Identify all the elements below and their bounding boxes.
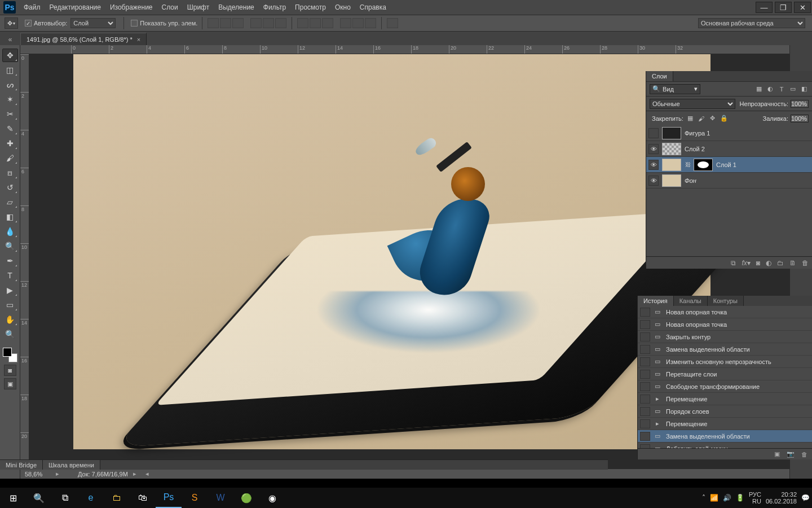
crop-tool[interactable]: ✂ [2, 107, 18, 121]
foreground-color-swatch[interactable] [3, 348, 12, 357]
history-snapshot-toggle[interactable] [640, 395, 650, 404]
skype-app-icon[interactable]: 🟢 [233, 488, 259, 508]
history-snapshot-toggle[interactable] [640, 357, 650, 366]
chrome-app-icon[interactable]: ◉ [259, 488, 285, 508]
layer-thumbnail[interactable] [662, 127, 681, 139]
notifications-icon[interactable]: 💬 [801, 494, 810, 502]
timeline-tab[interactable]: Шкала времени [43, 460, 100, 470]
history-row[interactable]: ▭Изменить основную непрозрачность [638, 356, 812, 368]
distribute-v3-button[interactable] [365, 18, 376, 28]
layer-visibility-icon[interactable]: 👁 [648, 160, 659, 170]
history-snapshot-toggle[interactable] [640, 370, 650, 379]
menu-view[interactable]: Просмотр [290, 0, 330, 15]
explorer-app-icon[interactable]: 🗀 [104, 488, 130, 508]
layer-thumbnail[interactable] [662, 174, 681, 187]
doc-info-menu-icon[interactable]: ▸ [131, 470, 138, 478]
document-tab[interactable]: 1491.jpg @ 58,6% (Слой 1, RGB/8*) * × [20, 33, 147, 45]
history-row[interactable]: ▸Перемещение [638, 393, 812, 405]
menu-type[interactable]: Шрифт [183, 0, 214, 15]
auto-select-dropdown[interactable]: Слой [70, 18, 116, 28]
align-right-button[interactable] [232, 18, 244, 28]
history-snapshot-toggle[interactable] [640, 407, 650, 416]
layer-row[interactable]: 👁Фон [646, 173, 812, 189]
blur-tool[interactable]: 💧 [2, 225, 18, 238]
link-layers-icon[interactable]: ⧉ [731, 259, 736, 267]
task-view-button[interactable]: ⧉ [52, 488, 78, 508]
paths-tab[interactable]: Контуры [708, 296, 744, 306]
lock-transparent-icon[interactable]: ▦ [686, 114, 695, 123]
history-row[interactable]: ▭Замена выделенной области [638, 430, 812, 443]
filter-pixel-icon[interactable]: ▦ [754, 85, 764, 94]
history-row[interactable]: ▭Замена выделенной области [638, 343, 812, 356]
distribute-v1-button[interactable] [340, 18, 351, 28]
layer-name[interactable]: Фигура 1 [685, 130, 710, 137]
quick-select-tool[interactable]: ✶ [2, 93, 18, 106]
filter-type-icon[interactable]: T [777, 85, 786, 94]
history-row[interactable]: ▭Новая опорная точка [638, 318, 812, 331]
channels-tab[interactable]: Каналы [674, 296, 708, 306]
align-hcenter-button[interactable] [220, 18, 231, 28]
history-brush-tool[interactable]: ↺ [2, 181, 18, 194]
mini-bridge-tab[interactable]: Mini Bridge [0, 460, 43, 470]
scroll-left-icon[interactable]: ◂ [144, 470, 151, 478]
layer-name[interactable]: Слой 2 [685, 146, 705, 152]
menu-edit[interactable]: Редактирование [45, 0, 105, 15]
tray-lang-1[interactable]: РУС [749, 491, 761, 498]
menu-file[interactable]: Файл [19, 0, 45, 15]
layer-row[interactable]: 👁⛓Слой 1 [646, 157, 812, 173]
window-close-button[interactable]: ✕ [794, 2, 811, 13]
layer-mask-thumbnail[interactable] [694, 159, 713, 171]
layer-thumbnail[interactable] [662, 159, 681, 171]
delete-layer-icon[interactable]: 🗑 [802, 259, 809, 267]
tray-overflow-icon[interactable]: ˄ [702, 494, 705, 502]
sublime-app-icon[interactable]: S [182, 488, 208, 508]
start-button[interactable]: ⊞ [0, 488, 26, 508]
layer-visibility-icon[interactable]: 👁 [648, 144, 659, 154]
lock-pixels-icon[interactable]: 🖌 [697, 114, 706, 123]
filter-smart-icon[interactable]: ◧ [800, 85, 809, 94]
document-tab-close-icon[interactable]: × [137, 36, 140, 43]
history-row[interactable]: ▭Новая опорная точка [638, 306, 812, 318]
store-app-icon[interactable]: 🛍 [130, 488, 156, 508]
type-tool[interactable]: T [2, 269, 18, 282]
history-snapshot-toggle[interactable] [640, 320, 650, 329]
dodge-tool[interactable]: 🔍 [2, 239, 18, 253]
filter-shape-icon[interactable]: ▭ [788, 85, 797, 94]
tray-date[interactable]: 06.02.2018 [766, 498, 797, 505]
align-vcenter-button[interactable] [263, 18, 274, 28]
delete-state-icon[interactable]: 🗑 [801, 451, 807, 458]
history-snapshot-toggle[interactable] [640, 382, 650, 391]
distribute-h2-button[interactable] [310, 18, 321, 28]
layer-filter-input[interactable]: 🔍 Вид ▾ [650, 84, 700, 94]
vertical-ruler[interactable]: 02468101214161820 [20, 54, 29, 468]
tab-handle-icon[interactable]: « [2, 34, 18, 45]
history-snapshot-toggle[interactable] [640, 332, 650, 341]
layer-visibility-icon[interactable] [648, 128, 659, 138]
distribute-v2-button[interactable] [352, 18, 364, 28]
opacity-value[interactable]: 100% [791, 100, 809, 108]
lock-all-icon[interactable]: 🔒 [720, 114, 729, 123]
tray-lang-2[interactable]: RU [752, 498, 761, 505]
brush-tool[interactable]: 🖌 [2, 151, 18, 165]
move-tool-icon[interactable]: ✥▾ [5, 17, 18, 29]
history-row[interactable]: ▸Перемещение [638, 418, 812, 430]
history-snapshot-toggle[interactable] [640, 419, 650, 428]
color-swatches[interactable] [3, 348, 17, 362]
wifi-icon[interactable]: 📶 [710, 494, 718, 502]
zoom-tool[interactable]: 🔍 [2, 327, 18, 341]
eraser-tool[interactable]: ▱ [2, 195, 18, 209]
menu-image[interactable]: Изображение [105, 0, 157, 15]
layer-row[interactable]: 👁Слой 2 [646, 141, 812, 157]
shape-tool[interactable]: ▭ [2, 298, 18, 312]
workspace-dropdown[interactable]: Основная рабочая среда [698, 18, 805, 28]
blend-mode-dropdown[interactable]: Обычные [650, 99, 735, 109]
history-snapshot-toggle[interactable] [640, 308, 650, 317]
healing-tool[interactable]: ✚ [2, 137, 18, 150]
history-snapshot-toggle[interactable] [640, 444, 650, 449]
align-left-button[interactable] [208, 18, 219, 28]
lasso-tool[interactable]: ᔕ [2, 78, 18, 91]
word-app-icon[interactable]: W [208, 488, 233, 508]
create-doc-icon[interactable]: 📷 [787, 450, 795, 458]
layer-row[interactable]: Фигура 1 [646, 125, 812, 141]
gradient-tool[interactable]: ◧ [2, 210, 18, 224]
